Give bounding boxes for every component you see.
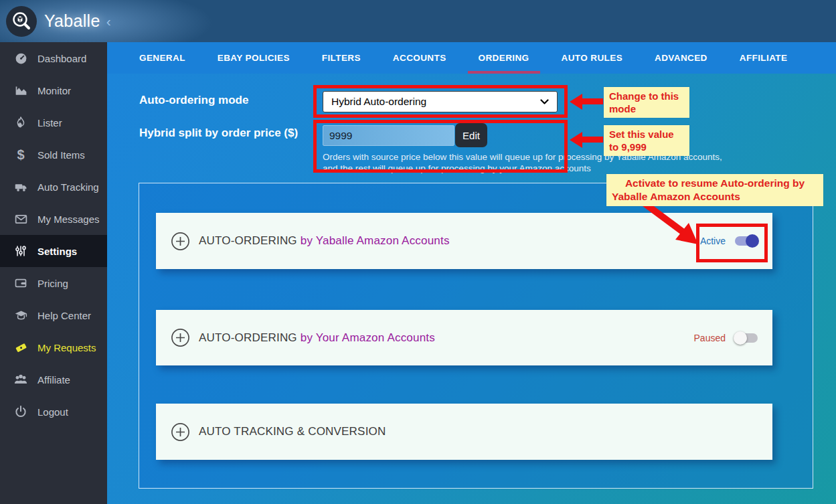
- sidebar-item-label: Help Center: [37, 310, 91, 321]
- sidebar-item-sold-items[interactable]: $ Sold Items: [0, 139, 107, 171]
- auto-ordering-mode-value: Hybrid Auto-ordering: [331, 96, 426, 108]
- tab-affiliate[interactable]: AFFILIATE: [724, 42, 804, 74]
- status-label-paused: Paused: [694, 333, 726, 343]
- graduation-cap-icon: [13, 308, 28, 323]
- hybrid-split-help-line2: and the rest will queue up for processin…: [323, 163, 591, 173]
- sidebar-item-affiliate[interactable]: Affiliate: [0, 363, 107, 396]
- annotation-arrow-mode-shaft: [581, 98, 603, 104]
- tab-accounts[interactable]: ACCOUNTS: [377, 42, 463, 74]
- tab-filters[interactable]: FILTERS: [306, 42, 377, 74]
- annotation-arrow-value-shaft: [581, 137, 603, 143]
- sidebar-item-logout[interactable]: Logout: [0, 396, 107, 428]
- users-icon: [13, 372, 28, 387]
- sidebar-item-label: Pricing: [37, 278, 68, 289]
- hybrid-split-input[interactable]: [323, 125, 454, 146]
- dashboard-icon: [13, 51, 28, 66]
- brand-title: Yaballe: [44, 11, 100, 31]
- sidebar-item-label: Sold Items: [37, 149, 85, 161]
- truck-icon: [13, 179, 28, 194]
- tab-advanced[interactable]: ADVANCED: [639, 42, 724, 74]
- accordion-auto-ordering-your[interactable]: AUTO-ORDERING by Your Amazon Accounts Pa…: [156, 310, 772, 365]
- plus-circle-icon: [171, 328, 190, 347]
- ticket-icon: [13, 340, 28, 355]
- accordion-subtitle: by Yaballe Amazon Accounts: [301, 234, 450, 247]
- accordion-subtitle: by Your Amazon Accounts: [301, 331, 435, 344]
- tab-ebay-policies[interactable]: EBAY POLICIES: [201, 42, 306, 74]
- accordion-title: AUTO-ORDERING: [199, 331, 297, 344]
- sidebar-item-lister[interactable]: Lister: [0, 106, 107, 139]
- plus-circle-icon: [171, 422, 190, 442]
- your-auto-ordering-toggle[interactable]: [734, 331, 759, 345]
- envelope-icon: [13, 212, 28, 226]
- accordion-title: AUTO-ORDERING: [199, 234, 297, 247]
- sidebar-item-label: Auto Tracking: [37, 181, 99, 193]
- plus-circle-icon: [171, 232, 190, 251]
- app-header: Yaballe ‹: [0, 0, 836, 42]
- sidebar-item-my-requests[interactable]: My Requests: [0, 331, 107, 363]
- tab-ordering[interactable]: ORDERING: [463, 42, 546, 74]
- callout-set-value: Set this value to 9,999: [604, 125, 689, 156]
- sidebar-item-label: My Messages: [37, 214, 100, 225]
- chevron-down-icon: [540, 99, 549, 105]
- tab-general[interactable]: GENERAL: [123, 42, 201, 74]
- flame-icon: [13, 115, 28, 130]
- yaballe-logo-icon[interactable]: [6, 6, 37, 37]
- callout-change-mode: Change to this mode: [604, 87, 689, 118]
- sidebar-item-auto-tracking[interactable]: Auto Tracking: [0, 171, 107, 203]
- sidebar-item-label: Settings: [37, 246, 77, 257]
- sidebar: Dashboard Monitor Lister $ Sold Items Au…: [0, 42, 107, 504]
- sidebar-item-label: Dashboard: [37, 53, 86, 64]
- sidebar-item-label: Monitor: [37, 85, 71, 96]
- sidebar-item-label: My Requests: [37, 342, 96, 353]
- monitor-chart-icon: [13, 83, 28, 98]
- dollar-icon: $: [13, 147, 28, 162]
- auto-ordering-mode-select[interactable]: Hybrid Auto-ordering: [323, 91, 558, 112]
- sidebar-item-label: Lister: [37, 117, 62, 129]
- sliders-icon: [13, 244, 28, 258]
- sidebar-item-my-messages[interactable]: My Messages: [0, 203, 107, 235]
- sidebar-item-label: Logout: [37, 406, 68, 418]
- callout-activate-toggle: Activate to resume Auto-ordering by Yaba…: [606, 174, 823, 206]
- magnifier-cube-icon: [9, 9, 33, 33]
- yaballe-auto-ordering-toggle[interactable]: [734, 234, 759, 248]
- edit-button[interactable]: Edit: [455, 123, 487, 147]
- sidebar-collapse-chevron[interactable]: ‹: [106, 14, 111, 28]
- accordion-title: AUTO TRACKING & CONVERSION: [199, 425, 386, 438]
- wallet-icon: [13, 276, 28, 290]
- sidebar-item-monitor[interactable]: Monitor: [0, 74, 107, 106]
- hybrid-split-label: Hybrid split by order price ($): [139, 127, 298, 140]
- ordering-panel-container: AUTO-ORDERING by Yaballe Amazon Accounts…: [139, 183, 813, 489]
- sidebar-item-pricing[interactable]: Pricing: [0, 267, 107, 299]
- sidebar-item-label: Affiliate: [37, 374, 70, 386]
- accordion-auto-tracking-conversion[interactable]: AUTO TRACKING & CONVERSION: [156, 404, 772, 460]
- settings-tabbar: GENERAL EBAY POLICIES FILTERS ACCOUNTS O…: [107, 42, 836, 74]
- sidebar-item-help-center[interactable]: Help Center: [0, 299, 107, 331]
- tab-auto-rules[interactable]: AUTO RULES: [546, 42, 639, 74]
- sidebar-item-dashboard[interactable]: Dashboard: [0, 42, 107, 74]
- sidebar-item-settings[interactable]: Settings: [0, 235, 107, 267]
- power-icon: [13, 404, 28, 419]
- auto-ordering-mode-label: Auto-ordering mode: [139, 94, 248, 107]
- page-root: Yaballe ‹ Dashboard Monitor Lister $ Sol…: [0, 0, 836, 504]
